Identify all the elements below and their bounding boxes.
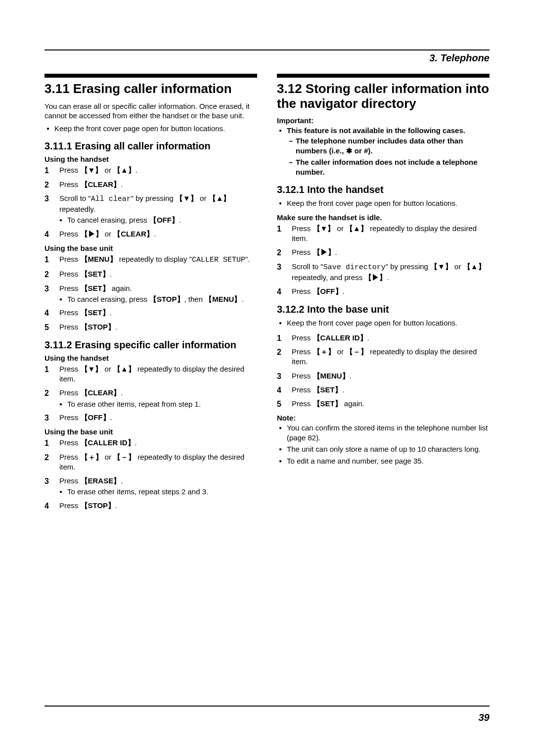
intro-text: You can erase all or specific caller inf… [44,101,257,121]
sub-bullets: To erase other items, repeat steps 2 and… [59,487,257,497]
key-erase: ERASE [81,476,121,485]
text: . [110,308,112,317]
text: Press [59,180,81,189]
footer-rule [44,706,490,707]
key-clear: CLEAR [81,388,121,397]
important-bullets: This feature is not available in the fol… [277,126,490,177]
text: Press [59,308,81,317]
steps-3-11-1-base: Press MENU repeatedly to display "CALLER… [44,254,257,332]
mono-text: CALLER SETUP [192,256,245,264]
intro-bullet: Keep the front cover page open for butto… [44,124,257,134]
bullet: You can confirm the stored items in the … [277,423,490,442]
key-clear: CLEAR [113,230,154,238]
section-title-3-12: 3.12 Storing caller information into the… [277,82,490,111]
sub2-bullets: Keep the front cover page open for butto… [277,318,490,328]
down-icon: ▼ [320,224,328,233]
text: To cancel erasing, press [67,295,149,303]
step: Press CALLER ID. [277,333,490,343]
text: Press [59,413,81,422]
right-icon: ▶ [320,248,328,256]
mono-text: Save directory [323,263,386,272]
text: Press [59,501,81,510]
key-off: OFF [313,287,343,295]
key-caller-id: CALLER ID [313,333,367,342]
text: Press [59,323,81,331]
text: Press [59,388,81,397]
text: Press [59,476,81,485]
text: To cancel erasing, press [67,216,149,224]
steps-3-12-1: Press ▼ or ▲ repeatedly to display the d… [277,224,490,297]
text: . [110,413,112,422]
key-off: OFF [81,413,110,422]
text: Press [292,385,313,394]
key-set: SET [81,284,110,292]
subsection-3-11-1: 3.11.1 Erasing all caller information [44,140,257,152]
text: This feature is not available in the fol… [287,126,465,135]
bullet: This feature is not available in the fol… [277,126,490,177]
steps-3-11-2-base: Press CALLER ID. Press ＋ or － repeatedly… [44,438,257,511]
bullet: Keep the front cover page open for butto… [277,198,490,208]
text: or [102,365,113,373]
down-icon: ▼ [88,365,95,373]
using-handset-label: Using the handset [44,354,257,362]
idle-label: Make sure the handset is idle. [277,213,490,222]
step: Press MENU. [277,371,490,381]
text: Press [59,453,81,461]
step: Press MENU repeatedly to display "CALLER… [44,254,257,265]
text: . [110,270,112,278]
plus-icon: ＋ [88,453,95,461]
step: Press CALLER ID. [44,438,257,448]
key-set: SET [81,308,110,317]
subsection-3-11-2: 3.11.2 Erasing specific caller informati… [44,339,257,351]
step: Press ERASE. To erase other items, repea… [44,476,257,497]
step: Press STOP. [44,501,257,511]
step: Press CLEAR. [44,180,257,189]
text: , then [184,295,205,303]
text: repeatedly to display " [117,255,192,263]
intro-bullets: Keep the front cover page open for butto… [44,124,257,134]
step: Press ▼ or ▲. [44,165,257,175]
right-icon: ▶ [88,230,95,238]
key-menu: MENU [81,255,117,263]
bullet: To cancel erasing, press OFF. [59,215,257,225]
step: Scroll to "Save directory" by pressing ▼… [277,262,490,283]
text: repeatedly. [59,205,95,213]
up-icon: ▲ [353,224,360,233]
using-base-label: Using the base unit [44,244,257,252]
text: Press [292,248,313,256]
step: Scroll to "All clear" by pressing ▼ or ▲… [44,193,257,225]
text: Press [59,255,81,263]
bullet: To erase other items, repeat from step 1… [59,399,257,409]
text: Scroll to " [59,194,91,202]
key-stop: STOP [81,501,116,510]
text: . [154,230,156,238]
step: Press SET. [44,269,257,279]
sub1-bullets: Keep the front cover page open for butto… [277,198,490,208]
text: Press [292,399,313,408]
bullet: The unit can only store a name of up to … [277,444,490,454]
text: or [103,453,114,461]
key-set: SET [313,399,342,408]
step: Press SET. [44,308,257,318]
text: . [342,385,344,394]
text: . [241,295,243,303]
key-menu: MENU [205,295,241,303]
page: 3. Telephone 3.11 Erasing caller informa… [0,0,534,756]
sub-bullets: To cancel erasing, press OFF. [59,215,257,225]
key-caller-id: CALLER ID [81,438,135,447]
subsection-3-12-1: 3.12.1 Into the handset [277,184,490,195]
steps-3-11-2-handset: Press ▼ or ▲ repeatedly to display the d… [44,364,257,423]
using-handset-label: Using the handset [44,155,257,163]
text: or [102,166,113,174]
key-set: SET [81,270,110,278]
step: Press OFF. [277,286,490,296]
down-icon: ▼ [183,194,190,202]
minus-icon: － [121,453,128,461]
text: . [387,273,389,282]
important-label: Important: [277,116,490,125]
text: Press [59,284,81,292]
page-number: 39 [479,712,490,723]
text: . [115,323,117,331]
text: or [335,347,346,356]
text: repeatedly, and press [292,273,364,282]
